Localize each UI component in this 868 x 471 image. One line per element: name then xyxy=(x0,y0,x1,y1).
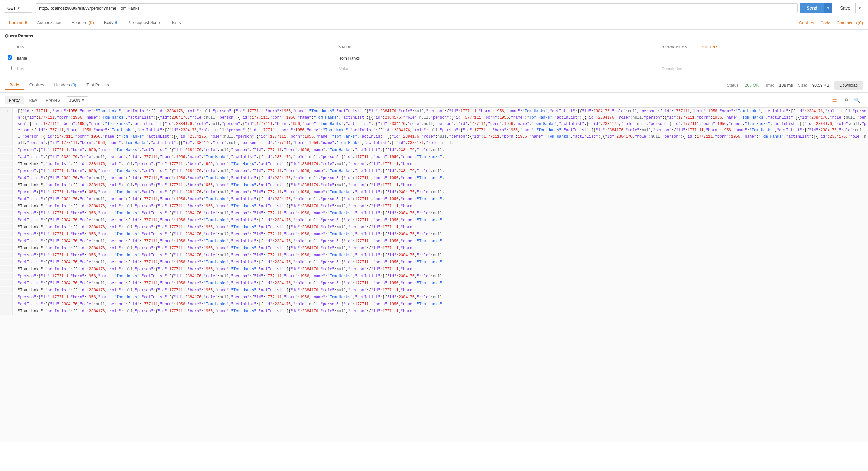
params-table: KEY VALUE DESCRIPTION ··· Bulk Edit xyxy=(5,41,863,74)
param-desc-input-new[interactable] xyxy=(662,66,860,71)
param-checkbox-1[interactable] xyxy=(8,55,12,60)
json-line: "actInList":[{"id":2384176,"role":null,"… xyxy=(0,217,868,224)
download-button[interactable]: Download xyxy=(834,81,863,90)
params-section-title: Query Params xyxy=(5,33,863,38)
format-select[interactable]: JSON ▼ xyxy=(66,96,88,104)
json-line: "actInList":[{"id":2384176,"role":null,"… xyxy=(0,196,868,203)
send-button-group: Send ▼ xyxy=(800,3,832,13)
status-value: 200 OK xyxy=(745,83,759,88)
format-chevron-icon: ▼ xyxy=(82,98,85,102)
param-value-cell-1 xyxy=(337,53,659,63)
json-line: "person":{"id":1777111,"born":1956,"name… xyxy=(0,273,868,280)
th-desc-text: DESCRIPTION xyxy=(662,45,687,49)
size-label: Size: xyxy=(798,83,807,88)
search-icon[interactable]: 🔍 xyxy=(851,96,863,105)
resp-tab-cookies-label: Cookies xyxy=(29,83,44,87)
tab-body-label: Body xyxy=(104,20,114,25)
resp-headers-badge: (3) xyxy=(71,83,76,87)
tab-tests[interactable]: Tests xyxy=(166,16,186,29)
param-row-new xyxy=(5,63,863,74)
json-main-line: 1[{"id":1777111,"born":1956,"name":"Tom … xyxy=(0,108,868,147)
param-key-cell-new xyxy=(14,63,337,74)
json-response-body: 1[{"id":1777111,"born":1956,"name":"Tom … xyxy=(0,108,868,442)
method-label: GET xyxy=(7,6,16,10)
wrap-lines-icon[interactable]: ☰ xyxy=(830,95,840,105)
request-tabs: Params Authorization Headers (9) Body Pr… xyxy=(0,16,868,30)
json-line: "Tom Hanks","actInList":[{"id":2384176,"… xyxy=(0,224,868,231)
json-line: "Tom Hanks","actInList":[{"id":2384176,"… xyxy=(0,287,868,294)
param-value-cell-new xyxy=(337,63,659,74)
size-value: 93.59 KB xyxy=(812,83,830,88)
json-line: "Tom Hanks","actInList":[{"id":2384176,"… xyxy=(0,203,868,210)
comments-link[interactable]: Comments (0) xyxy=(836,17,864,29)
resp-tab-headers-label: Headers xyxy=(55,83,70,87)
save-button-group: Save ▼ xyxy=(835,3,864,13)
json-line: "person":{"id":1777111,"born":1956,"name… xyxy=(0,294,868,301)
th-checkbox xyxy=(5,41,14,53)
body-dot-icon xyxy=(115,21,117,24)
send-dropdown-button[interactable]: ▼ xyxy=(824,3,832,13)
json-line: "Tom Hanks","actInList":[{"id":2384176,"… xyxy=(0,160,868,168)
json-line: "Tom Hanks","actInList":[{"id":2384176,"… xyxy=(0,266,868,273)
param-value-input-1[interactable] xyxy=(339,56,656,61)
param-desc-input-1[interactable] xyxy=(662,56,860,61)
method-chevron-icon: ▼ xyxy=(17,6,20,10)
response-tabs: Body Cookies Headers (3) Test Results St… xyxy=(0,78,868,93)
param-key-cell-1 xyxy=(14,53,337,63)
tab-params[interactable]: Params xyxy=(4,16,32,29)
tab-authorization-label: Authorization xyxy=(37,20,61,25)
json-line: "person":{"id":1777111,"born":1956,"name… xyxy=(0,210,868,217)
tab-pre-request-label: Pre-request Script xyxy=(127,20,161,25)
param-value-input-new[interactable] xyxy=(339,66,656,71)
json-line: "person":{"id":1777111,"born":1956,"name… xyxy=(0,189,868,196)
resp-tab-cookies[interactable]: Cookies xyxy=(25,81,49,90)
format-tab-raw[interactable]: Raw xyxy=(25,96,41,104)
tab-body[interactable]: Body xyxy=(99,16,123,29)
param-key-input-1[interactable] xyxy=(17,56,334,61)
copy-icon[interactable]: ⧉ xyxy=(842,96,850,104)
format-toolbar: Pretty Raw Preview JSON ▼ ☰ ⧉ 🔍 xyxy=(0,93,868,108)
format-tab-preview[interactable]: Preview xyxy=(42,96,64,104)
format-select-label: JSON xyxy=(69,98,80,102)
cookies-link[interactable]: Cookies xyxy=(798,17,815,29)
headers-badge: (9) xyxy=(89,20,94,25)
send-button[interactable]: Send xyxy=(800,3,824,13)
save-button[interactable]: Save xyxy=(835,3,855,13)
tab-params-label: Params xyxy=(9,20,23,25)
tab-authorization[interactable]: Authorization xyxy=(32,16,66,29)
param-row-1 xyxy=(5,53,863,63)
th-value: VALUE xyxy=(337,41,659,53)
json-line: "Tom Hanks","actInList":[{"id":2384176,"… xyxy=(0,182,868,189)
json-line: "person":{"id":1777111,"born":1956,"name… xyxy=(0,147,868,154)
bulk-edit-button[interactable]: Bulk Edit xyxy=(698,43,719,51)
code-link[interactable]: Code xyxy=(819,17,832,29)
json-line: "person":{"id":1777111,"born":1956,"name… xyxy=(0,252,868,259)
time-label: Time: xyxy=(764,83,774,88)
tab-headers[interactable]: Headers (9) xyxy=(66,16,99,29)
more-options-icon[interactable]: ··· xyxy=(688,44,697,50)
param-checkbox-new[interactable] xyxy=(8,66,12,70)
json-line: "person":{"id":1777111,"born":1956,"name… xyxy=(0,231,868,238)
json-line: "actInList":[{"id":2384176,"role":null,"… xyxy=(0,238,868,245)
param-desc-cell-new xyxy=(659,63,863,74)
format-tab-pretty[interactable]: Pretty xyxy=(5,96,24,104)
param-desc-cell-1 xyxy=(659,53,863,63)
json-line: "actInList":[{"id":2384176,"role":null,"… xyxy=(0,175,868,182)
url-input[interactable] xyxy=(35,3,798,13)
save-dropdown-button[interactable]: ▼ xyxy=(855,3,864,13)
resp-tab-headers[interactable]: Headers (3) xyxy=(50,81,81,90)
resp-tab-test-results[interactable]: Test Results xyxy=(82,81,113,90)
tab-pre-request[interactable]: Pre-request Script xyxy=(122,16,166,29)
resp-tab-body[interactable]: Body xyxy=(5,81,24,90)
resp-tab-body-label: Body xyxy=(9,83,19,87)
json-line: "actInList":[{"id":2384176,"role":null,"… xyxy=(0,154,868,160)
json-line: "actInList":[{"id":2384176,"role":null,"… xyxy=(0,280,868,287)
params-dot-icon xyxy=(25,21,27,24)
tab-headers-label: Headers xyxy=(72,20,87,25)
resp-tab-test-results-label: Test Results xyxy=(86,83,109,87)
json-line: "actInList":[{"id":2384176,"role":null,"… xyxy=(0,259,868,266)
response-meta: Status: 200 OK Time: 188 ms Size: 93.59 … xyxy=(727,81,863,90)
param-key-input-new[interactable] xyxy=(17,66,334,71)
method-select[interactable]: GET ▼ xyxy=(4,3,32,13)
json-line: "actInList":[{"id":2384176,"role":null,"… xyxy=(0,301,868,308)
